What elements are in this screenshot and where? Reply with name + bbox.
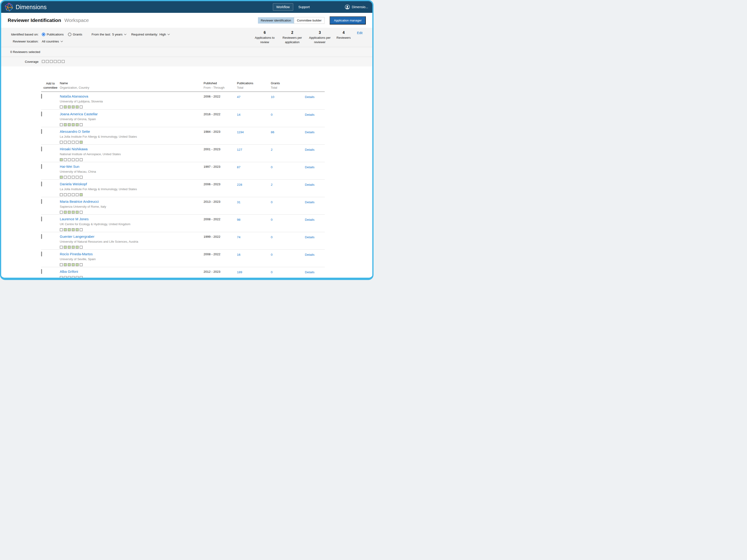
add-to-committee-checkbox[interactable]	[41, 234, 42, 239]
reviewer-name-link[interactable]: Alba Grifoni	[60, 269, 78, 273]
coverage-indicator	[60, 176, 204, 180]
grants-count-link[interactable]: 0	[271, 270, 273, 274]
publications-count-link[interactable]: 47	[237, 95, 240, 99]
grants-count-link[interactable]: 0	[271, 201, 273, 204]
details-link[interactable]: Details	[305, 148, 314, 152]
add-to-committee-checkbox[interactable]	[41, 251, 42, 257]
reviewer-name-link[interactable]: Laurence M Jones	[60, 217, 88, 221]
publications-count-link[interactable]: 189	[237, 270, 242, 274]
reviewer-organization: Sapienza University of Rome, Italy	[60, 205, 204, 208]
reviewer-name-link[interactable]: Rocío Pineda-Martos	[60, 252, 93, 256]
details-link[interactable]: Details	[305, 218, 314, 221]
edit-link[interactable]: Edit	[357, 31, 363, 35]
grants-count-link[interactable]: 0	[271, 235, 273, 239]
reviewer-name-link[interactable]: Alessandro D Sette	[60, 130, 90, 133]
coverage-summary	[42, 60, 66, 64]
add-to-committee-checkbox[interactable]	[41, 146, 42, 152]
support-link[interactable]: Support	[298, 5, 310, 9]
add-to-committee-checkbox[interactable]	[41, 199, 42, 204]
similarity-dropdown[interactable]: Required similarity: High	[131, 33, 170, 36]
coverage-band: Coverage	[1, 57, 372, 66]
reviewer-name-link[interactable]: Hiroaki Nishikawa	[60, 147, 87, 151]
add-to-committee-checkbox[interactable]	[41, 94, 42, 99]
details-link[interactable]: Details	[305, 253, 314, 257]
published-range: 1999 - 2022	[204, 235, 237, 250]
workflow-button[interactable]: Workflow	[273, 3, 293, 11]
reviewer-name-link[interactable]: Maria Beatrice Andreucci	[60, 199, 99, 204]
col-header-grants: Grants Total	[271, 81, 305, 89]
grants-count-link[interactable]: 2	[271, 183, 273, 186]
app-window: Dimensions Workflow Support Dimensio... …	[0, 0, 374, 280]
publications-count-link[interactable]: 74	[237, 235, 240, 239]
grants-count-link[interactable]: 0	[271, 218, 273, 221]
reviewer-organization: UK Centre for Ecology & Hydrology, Unite…	[60, 222, 204, 226]
application-manager-button[interactable]: Application manager	[330, 16, 366, 25]
details-link[interactable]: Details	[305, 183, 314, 186]
reviewer-location-label: Reviewer location:	[1, 40, 38, 43]
publications-count-link[interactable]: 1194	[237, 130, 244, 134]
chevron-down-icon	[60, 40, 63, 42]
published-range: 2016 - 2022	[204, 112, 237, 127]
similarity-value: High	[159, 33, 166, 36]
add-to-committee-checkbox[interactable]	[41, 164, 42, 169]
publications-count-link[interactable]: 31	[237, 201, 240, 204]
grants-count-link[interactable]: 10	[271, 95, 274, 99]
coverage-indicator	[60, 105, 204, 109]
tab-committee-builder[interactable]: Committee builder	[294, 17, 325, 24]
reviewer-name-link[interactable]: Joana America Castellar	[60, 112, 98, 116]
reviewer-organization: La Jolla Institute For Allergy & Immunol…	[60, 187, 204, 191]
publications-count-link[interactable]: 14	[237, 113, 240, 116]
details-link[interactable]: Details	[305, 95, 314, 99]
workflow-stats: 6 Applications to review 2 Reviewers per…	[251, 31, 363, 45]
details-link[interactable]: Details	[305, 270, 314, 274]
from-last-dropdown[interactable]: From the last: 5 years	[92, 33, 126, 36]
table-row: Hiroaki Nishikawa National Institute of …	[41, 144, 325, 162]
grants-count-link[interactable]: 86	[271, 130, 274, 134]
brand-name: Dimensions	[16, 4, 47, 10]
publications-radio[interactable]	[42, 33, 45, 36]
app-header: Dimensions Workflow Support Dimensio...	[1, 1, 372, 13]
add-to-committee-checkbox[interactable]	[41, 111, 42, 116]
reviewer-name-link[interactable]: Nataša Atanasova	[60, 94, 88, 98]
details-link[interactable]: Details	[305, 235, 314, 239]
publications-count-link[interactable]: 87	[237, 165, 240, 169]
reviewer-name-link[interactable]: Daniela Weiskopf	[60, 182, 87, 186]
details-link[interactable]: Details	[305, 130, 314, 134]
grants-count-link[interactable]: 0	[271, 113, 273, 116]
add-to-committee-checkbox[interactable]	[41, 182, 42, 186]
brand: Dimensions	[4, 3, 47, 11]
chevron-down-icon	[168, 33, 170, 35]
published-range: 1984 - 2023	[204, 130, 237, 145]
from-last-label: From the last:	[92, 33, 111, 36]
table-row: Hai-Wei Sun University of Macau, China 1…	[41, 162, 325, 180]
col-header-publications: Publications Total	[237, 81, 271, 89]
coverage-indicator	[60, 276, 204, 280]
add-to-committee-checkbox[interactable]	[41, 216, 42, 221]
grants-radio[interactable]	[68, 33, 72, 36]
publications-count-link[interactable]: 228	[237, 183, 242, 186]
details-link[interactable]: Details	[305, 201, 314, 204]
publications-count-link[interactable]: 16	[237, 253, 240, 257]
grants-count-link[interactable]: 0	[271, 165, 273, 169]
details-link[interactable]: Details	[305, 113, 314, 116]
published-range: 2008 - 2022	[204, 217, 237, 232]
publications-radio-label[interactable]: Publications	[47, 33, 64, 36]
tab-reviewer-identification[interactable]: Reviewer identification	[258, 17, 294, 24]
grants-count-link[interactable]: 2	[271, 148, 273, 152]
grants-count-link[interactable]: 0	[271, 253, 273, 257]
location-dropdown[interactable]: All countries	[42, 40, 62, 43]
add-to-committee-checkbox[interactable]	[41, 269, 42, 274]
reviewer-table: Add to committee Name Organization, Coun…	[1, 66, 372, 280]
from-last-value: 5 years	[112, 33, 123, 36]
reviewer-name-link[interactable]: Guenter Langergraber	[60, 235, 94, 238]
coverage-indicator	[60, 263, 204, 267]
grants-radio-label[interactable]: Grants	[73, 33, 82, 36]
publications-count-link[interactable]: 98	[237, 218, 240, 221]
page-title: Reviewer Identification	[8, 18, 61, 23]
add-to-committee-checkbox[interactable]	[41, 129, 42, 134]
reviewer-organization: University of Macau, China	[60, 170, 204, 174]
publications-count-link[interactable]: 127	[237, 148, 242, 152]
user-menu[interactable]: Dimensio...	[345, 4, 368, 9]
reviewer-name-link[interactable]: Hai-Wei Sun	[60, 164, 79, 168]
details-link[interactable]: Details	[305, 165, 314, 169]
